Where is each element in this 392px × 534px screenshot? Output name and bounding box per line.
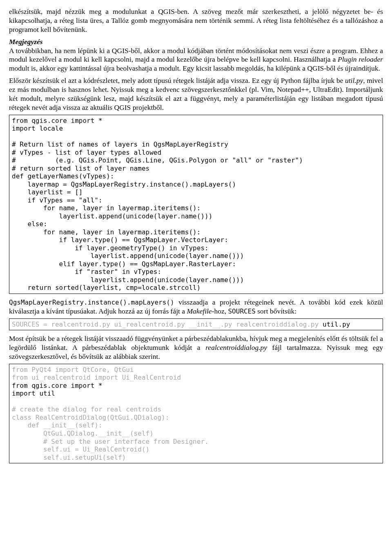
note-body-text-1: A továbbikban, ha nem lépünk ki a QGIS-b…	[9, 47, 383, 64]
p3-italic: util.py	[345, 76, 363, 85]
c3-l11: self.ui = Ui_RealCentroid()	[12, 445, 149, 453]
p4-text-3: sort bővítsük:	[256, 307, 296, 315]
c3-l1: from PyQt4 import QtCore, QtGui	[12, 366, 134, 374]
code2-black: util.py	[323, 320, 350, 328]
c3-l4: import util	[12, 389, 55, 397]
note-heading: Megjegyzés	[9, 38, 383, 47]
code-block-2: SOURCES = realcentroid.py ui_realcentroi…	[9, 318, 383, 331]
p4-mono-1: QgsMapLayerRegistry.instance().mapLayers…	[9, 298, 174, 306]
paragraph-maplayers: QgsMapLayerRegistry.instance().mapLayers…	[9, 298, 383, 316]
c3-l12: self.ui.setupUi(self)	[12, 454, 126, 461]
p3-text-1: Először készítsük el azt a kódrészletet,…	[9, 76, 345, 85]
c3-l9: QtGui.QDialog.__init__(self)	[12, 429, 154, 437]
p4-italic: Makefile	[187, 307, 212, 315]
paragraph-dialog: Most építsük be a rétegek listáját vissz…	[9, 334, 383, 361]
c3-l8: def __init__(self):	[12, 421, 102, 429]
c3-l10: # Set up the user interface from Designe…	[12, 438, 209, 445]
c3-l3: from qgis.core import *	[12, 382, 102, 389]
code-block-1: from qgis.core import * import locale # …	[9, 115, 383, 294]
p4-text-2: -hoz,	[212, 307, 228, 315]
paragraph-intro: elkészítsük, majd nézzük meg a modulunka…	[9, 7, 383, 34]
c3-l2: from ui_realcentroid import Ui_RealCentr…	[12, 374, 181, 381]
p5-italic: realcentroiddialog.py	[205, 343, 267, 352]
note-body-italic: Plugin reloader	[338, 55, 383, 63]
paragraph-utilpy: Először készítsük el azt a kódrészletet,…	[9, 76, 383, 112]
p4-mono-2: SOURCES	[228, 307, 255, 315]
code2-gray: SOURCES = realcentroid.py ui_realcentroi…	[12, 320, 323, 328]
c3-l6: # create the dialog for real centroids	[12, 405, 161, 413]
note-body: A továbbikban, ha nem lépünk ki a QGIS-b…	[9, 47, 383, 73]
code-block-3: from PyQt4 import QtCore, QtGui from ui_…	[9, 364, 383, 463]
c3-l7: class RealCentroidDialog(QtGui.QDialog):	[12, 414, 169, 421]
note-body-text-2: modult is, akkor egy kattintással újra b…	[9, 64, 380, 72]
